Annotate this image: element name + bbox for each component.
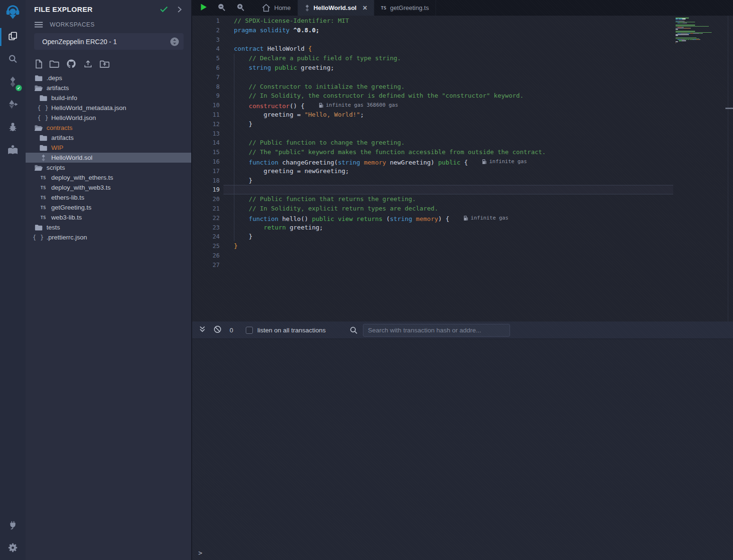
code-line[interactable]: 3 <box>192 35 733 45</box>
terminal-panel[interactable]: > <box>192 339 733 560</box>
tree-item--deps[interactable]: .deps <box>26 73 191 83</box>
close-icon[interactable]: × <box>362 4 367 12</box>
debugger-rail-button[interactable] <box>0 117 26 139</box>
tree-item-label: WIP <box>51 144 64 151</box>
tab-getgreeting-ts[interactable]: TSgetGreeting.ts <box>374 0 436 16</box>
tree-item-deploy-with-web3-ts[interactable]: TSdeploy_with_web3.ts <box>26 183 191 193</box>
remix-logo-icon[interactable] <box>0 0 26 26</box>
tree-item-artifacts[interactable]: artifacts <box>26 83 191 93</box>
folder-closed-icon <box>39 95 47 101</box>
file-explorer-rail-button[interactable] <box>0 26 26 48</box>
upload-folder-icon[interactable] <box>100 59 110 68</box>
tree-item-build-info[interactable]: build-info <box>26 93 191 103</box>
code-line[interactable]: 5 // Declare a public field of type stri… <box>192 54 733 63</box>
minimap[interactable] <box>676 18 717 44</box>
tabs: HomeHelloWorld.sol×TSgetGreeting.ts <box>255 0 436 16</box>
code-line[interactable]: 6 string public greeting; <box>192 63 733 73</box>
tree-item-getgreeting-ts[interactable]: TSgetGreeting.ts <box>26 202 191 212</box>
line-number: 7 <box>192 73 223 82</box>
plug-icon <box>8 520 18 532</box>
tree-item-wip[interactable]: WIP <box>26 143 191 153</box>
hamburger-menu-icon[interactable] <box>34 21 43 28</box>
code-line[interactable]: 19 <box>192 185 733 194</box>
panel-editor-divider[interactable] <box>191 0 192 560</box>
chevron-right-icon[interactable] <box>177 6 182 13</box>
plugin-manager-rail-button[interactable] <box>0 514 26 537</box>
code-line[interactable]: 15 // The "public" keyword makes the fun… <box>192 147 733 157</box>
folder-closed-icon <box>39 135 47 141</box>
terminal-search-input[interactable] <box>363 324 510 337</box>
tree-item-contracts[interactable]: contracts <box>26 123 191 133</box>
code-editor[interactable]: 1// SPDX-License-Identifier: MIT2pragma … <box>192 16 733 321</box>
code-line[interactable]: 8 // Constructor to initialize the greet… <box>192 82 733 92</box>
editor-tabbar: HomeHelloWorld.sol×TSgetGreeting.ts <box>192 0 733 16</box>
tree-item-label: deploy_with_ethers.ts <box>51 174 113 181</box>
ts-icon: TS <box>381 5 386 10</box>
code-line[interactable]: 1// SPDX-License-Identifier: MIT <box>192 16 733 26</box>
folder-closed-icon <box>34 224 43 231</box>
code-line[interactable]: 10 constructor() {infinite gas 368600 ga… <box>192 101 733 110</box>
tree-item-web3-lib-ts[interactable]: TSweb3-lib.ts <box>26 212 191 222</box>
tree-item-helloworld-sol[interactable]: HelloWorld.sol <box>26 153 191 163</box>
tree-item--prettierrc-json[interactable]: { }.prettierrc.json <box>26 232 191 242</box>
check-icon[interactable] <box>160 6 168 12</box>
compile-success-badge: ✓ <box>15 84 22 92</box>
search-rail-button[interactable] <box>0 48 26 71</box>
code-line[interactable]: 26 <box>192 251 733 260</box>
upload-file-icon[interactable] <box>83 59 93 69</box>
play-icon <box>200 3 207 13</box>
code-line[interactable]: 14 // Public function to change the gree… <box>192 138 733 147</box>
line-number: 22 <box>192 213 223 223</box>
tree-item-helloworld-json[interactable]: { }HelloWorld.json <box>26 113 191 123</box>
tree-item-ethers-lib-ts[interactable]: TSethers-lib.ts <box>26 193 191 202</box>
code-line[interactable]: 11 greeting = "Hello, World!"; <box>192 110 733 119</box>
terminal-collapse-button[interactable] <box>199 325 206 335</box>
line-number: 15 <box>192 147 223 157</box>
editor-scrollbar-marker[interactable] <box>725 108 733 109</box>
tree-item-scripts[interactable]: scripts <box>26 163 191 173</box>
deploy-run-rail-button[interactable] <box>0 94 26 117</box>
terminal-clear-button[interactable] <box>213 325 222 335</box>
code-line[interactable]: 17 greeting = newGreeting; <box>192 166 733 176</box>
github-icon[interactable] <box>66 59 76 69</box>
code-line[interactable]: 7 <box>192 73 733 82</box>
workspace-sort-icon <box>170 37 179 46</box>
tree-item-deploy-with-ethers-ts[interactable]: TSdeploy_with_ethers.ts <box>26 173 191 183</box>
code-line[interactable]: 22 function hello() public view returns … <box>192 213 733 223</box>
code-line[interactable]: 16 function changeGreeting(string memory… <box>192 157 733 166</box>
zoom-out-button[interactable] <box>217 2 226 14</box>
code-line[interactable]: 18 } <box>192 176 733 185</box>
code-line[interactable]: 27 <box>192 260 733 270</box>
solidity-compiler-rail-button[interactable]: ✓ <box>0 71 26 94</box>
remix-ide-app: ✓ FILE EXPLORER WORKSPACES OpenZeppelin … <box>0 0 733 560</box>
braces-icon: { } <box>39 115 47 121</box>
workspace-select[interactable]: OpenZeppelin ERC20 - 1 <box>34 33 184 50</box>
tree-item-artifacts[interactable]: artifacts <box>26 133 191 143</box>
code-line[interactable]: 2pragma solidity ^0.8.0; <box>192 26 733 35</box>
tab-helloworld-sol[interactable]: HelloWorld.sol× <box>298 0 374 16</box>
settings-rail-button[interactable] <box>0 537 26 560</box>
new-folder-icon[interactable] <box>49 59 59 68</box>
listen-transactions-checkbox[interactable] <box>246 327 253 334</box>
listen-transactions-label[interactable]: listen on all transactions <box>258 327 326 334</box>
new-file-icon[interactable] <box>35 59 43 69</box>
tab-home[interactable]: Home <box>255 0 298 16</box>
home-icon <box>262 4 270 12</box>
code-line[interactable]: 9 // In Solidity, the constructor is def… <box>192 91 733 101</box>
gas-pump-icon <box>482 159 487 165</box>
code-line[interactable]: 20 // Public function that returns the g… <box>192 194 733 204</box>
code-line[interactable]: 4contract HelloWorld { <box>192 44 733 54</box>
code-line[interactable]: 12 } <box>192 119 733 129</box>
code-line[interactable]: 24 } <box>192 232 733 241</box>
code-line[interactable]: 23 return greeting; <box>192 223 733 232</box>
code-line[interactable]: 25} <box>192 241 733 251</box>
code-line[interactable]: 13 <box>192 129 733 138</box>
tree-item-helloworld-metadata-json[interactable]: { }HelloWorld_metadata.json <box>26 103 191 113</box>
code-line-content: } <box>223 119 252 129</box>
tree-item-tests[interactable]: tests <box>26 222 191 232</box>
learneth-rail-button[interactable] <box>0 139 26 162</box>
ts-icon: TS <box>39 195 47 200</box>
zoom-in-button[interactable] <box>236 2 245 14</box>
run-script-button[interactable] <box>200 3 207 13</box>
code-line[interactable]: 21 // In Solidity, explicit return types… <box>192 204 733 213</box>
